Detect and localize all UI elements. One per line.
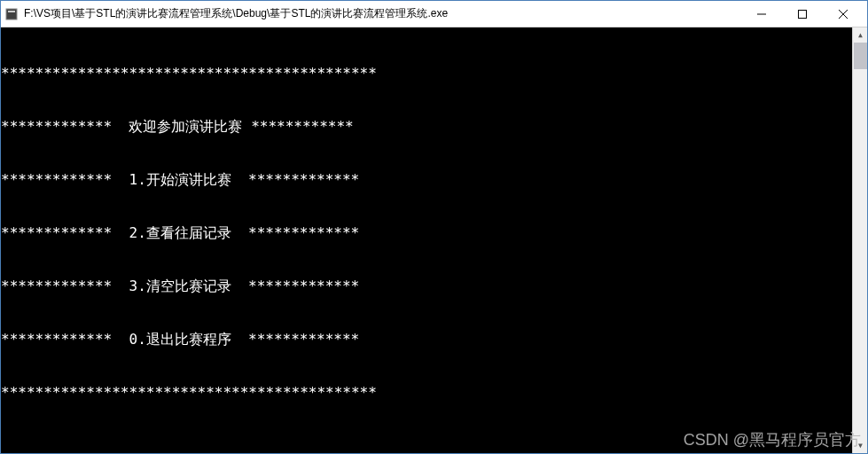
console-line: ************* 0.退出比赛程序 *************: [1, 331, 867, 348]
maximize-button[interactable]: [782, 1, 823, 27]
console-line: ************* 3.清空比赛记录 *************: [1, 278, 867, 295]
svg-rect-0: [6, 9, 17, 20]
svg-rect-1: [8, 11, 15, 12]
minimize-button[interactable]: [741, 1, 782, 27]
scroll-up-arrow-icon[interactable]: ▲: [853, 27, 867, 43]
console-output[interactable]: ****************************************…: [1, 27, 867, 453]
app-window: F:\VS项目\基于STL的演讲比赛流程管理系统\Debug\基于STL的演讲比…: [0, 0, 868, 454]
titlebar[interactable]: F:\VS项目\基于STL的演讲比赛流程管理系统\Debug\基于STL的演讲比…: [1, 1, 867, 27]
window-title: F:\VS项目\基于STL的演讲比赛流程管理系统\Debug\基于STL的演讲比…: [24, 6, 741, 21]
console-line: ************* 欢迎参加演讲比赛 ************: [1, 118, 867, 136]
window-controls: [741, 1, 864, 27]
vertical-scrollbar[interactable]: ▲ ▼: [852, 27, 867, 453]
scroll-down-arrow-icon[interactable]: ▼: [853, 438, 867, 453]
console-line: ************* 2.查看往届记录 *************: [1, 224, 867, 242]
app-icon: [4, 7, 19, 21]
console-line: ****************************************…: [1, 384, 867, 402]
console-line: ************* 1.开始演讲比赛 *************: [1, 171, 867, 189]
scroll-thumb[interactable]: [854, 43, 867, 69]
console-line: ****************************************…: [1, 65, 867, 82]
svg-rect-3: [799, 11, 807, 19]
close-button[interactable]: [823, 1, 864, 27]
